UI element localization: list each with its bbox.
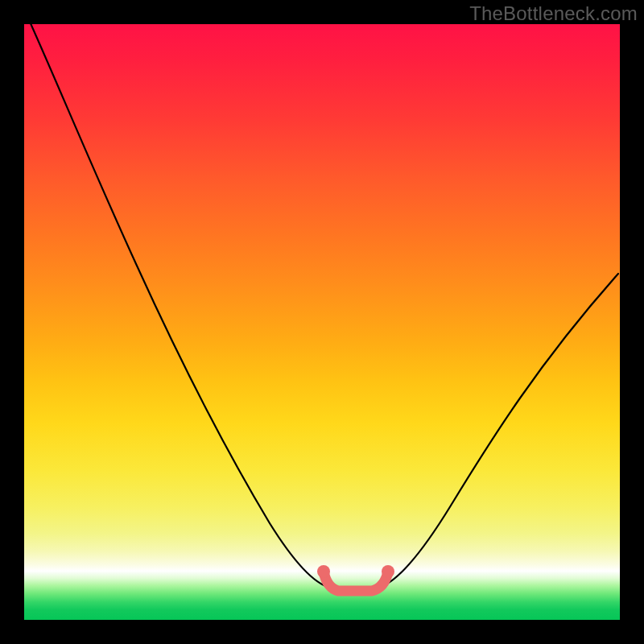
chart-frame: TheBottleneck.com: [0, 0, 644, 644]
optimal-right-dot: [382, 565, 394, 578]
plot-area: [24, 24, 620, 620]
optimal-left-dot: [317, 565, 330, 578]
curves-svg: [24, 24, 620, 620]
optimal-segment: [324, 572, 388, 591]
bottleneck-curve: [27, 24, 618, 588]
watermark-text: TheBottleneck.com: [469, 2, 638, 25]
